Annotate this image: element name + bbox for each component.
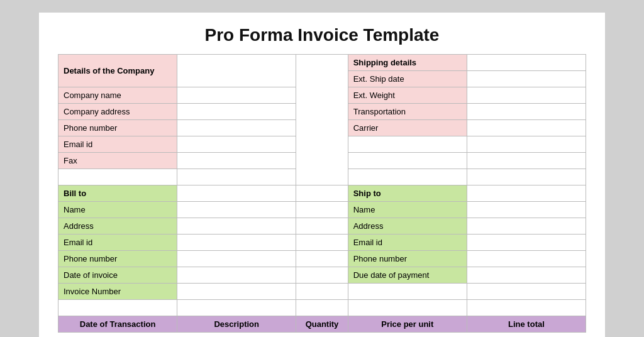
ship-phone-value[interactable] (467, 251, 586, 267)
ship-to-header-value[interactable] (467, 185, 586, 202)
bill-address-value[interactable] (177, 218, 296, 235)
bill-to-header-value[interactable] (177, 185, 296, 202)
spacer-col-6 (296, 251, 348, 267)
carrier-value[interactable] (467, 120, 586, 136)
details-company-value[interactable] (177, 55, 296, 87)
empty-left-value (177, 169, 296, 185)
fax-value[interactable] (177, 153, 296, 169)
empty-ship-extra (348, 284, 467, 300)
spacer-col (296, 55, 348, 185)
page: Pro Forma Invoice Template Details of th… (39, 13, 605, 337)
due-date-value[interactable] (467, 267, 586, 284)
page-title: Pro Forma Invoice Template (58, 25, 586, 45)
transportation-label: Transportation (348, 104, 467, 120)
transportation-value[interactable] (467, 104, 586, 120)
invoice-number-label: Invoice Number (58, 284, 177, 300)
ship-email-label: Email id (348, 235, 467, 251)
invoice-number-value[interactable] (177, 284, 296, 300)
spacer-col-9 (296, 300, 348, 316)
shipping-details-header: Shipping details (348, 55, 467, 71)
empty-bottom-2 (348, 300, 467, 316)
shipping-details-value[interactable] (467, 55, 586, 71)
company-address-label: Company address (58, 104, 177, 120)
ext-ship-date-label: Ext. Ship date (348, 71, 467, 87)
ship-name-label: Name (348, 202, 467, 218)
ext-ship-date-value[interactable] (467, 71, 586, 87)
phone-number-label: Phone number (58, 120, 177, 136)
ship-to-header: Ship to (348, 185, 467, 202)
bottom-col-3: Quantity (296, 316, 348, 333)
bill-name-label: Name (58, 202, 177, 218)
due-date-label: Due date of payment (348, 267, 467, 284)
spacer-col-8 (296, 284, 348, 300)
empty-ship-extra-value (467, 284, 586, 300)
date-invoice-value[interactable] (177, 267, 296, 284)
invoice-table: Details of the Company Shipping details … (58, 54, 586, 333)
ext-weight-value[interactable] (467, 87, 586, 104)
empty-right-1-value (467, 136, 586, 153)
bill-phone-label: Phone number (58, 251, 177, 267)
bill-to-header: Bill to (58, 185, 177, 202)
empty-bottom-1 (58, 300, 177, 316)
spacer-col-3 (296, 202, 348, 218)
spacer-col-4 (296, 218, 348, 235)
bottom-col-5: Line total (467, 316, 586, 333)
ship-phone-label: Phone number (348, 251, 467, 267)
date-invoice-label: Date of invoice (58, 267, 177, 284)
phone-number-value[interactable] (177, 120, 296, 136)
spacer-col-5 (296, 235, 348, 251)
bottom-col-4: Price per unit (348, 316, 467, 333)
bill-address-label: Address (58, 218, 177, 235)
fax-label: Fax (58, 153, 177, 169)
ship-address-value[interactable] (467, 218, 586, 235)
spacer-col-7 (296, 267, 348, 284)
ship-name-value[interactable] (467, 202, 586, 218)
email-id-value[interactable] (177, 136, 296, 153)
bottom-col-2: Description (177, 316, 296, 333)
empty-bottom-2-value (467, 300, 586, 316)
bill-email-value[interactable] (177, 235, 296, 251)
ext-weight-label: Ext. Weight (348, 87, 467, 104)
ship-address-label: Address (348, 218, 467, 235)
bottom-col-1: Date of Transaction (58, 316, 177, 333)
email-id-label: Email id (58, 136, 177, 153)
empty-right-2 (348, 153, 467, 169)
company-address-value[interactable] (177, 104, 296, 120)
company-name-label: Company name (58, 87, 177, 104)
empty-right-1 (348, 136, 467, 153)
details-company-header: Details of the Company (58, 55, 177, 87)
bill-name-value[interactable] (177, 202, 296, 218)
empty-right-2-value (467, 153, 586, 169)
bill-phone-value[interactable] (177, 251, 296, 267)
empty-left (58, 169, 177, 185)
empty-right-3-value (467, 169, 586, 185)
ship-email-value[interactable] (467, 235, 586, 251)
bill-email-label: Email id (58, 235, 177, 251)
carrier-label: Carrier (348, 120, 467, 136)
company-name-value[interactable] (177, 87, 296, 104)
spacer-col-2 (296, 185, 348, 202)
empty-bottom-1-value (177, 300, 296, 316)
empty-right-3 (348, 169, 467, 185)
